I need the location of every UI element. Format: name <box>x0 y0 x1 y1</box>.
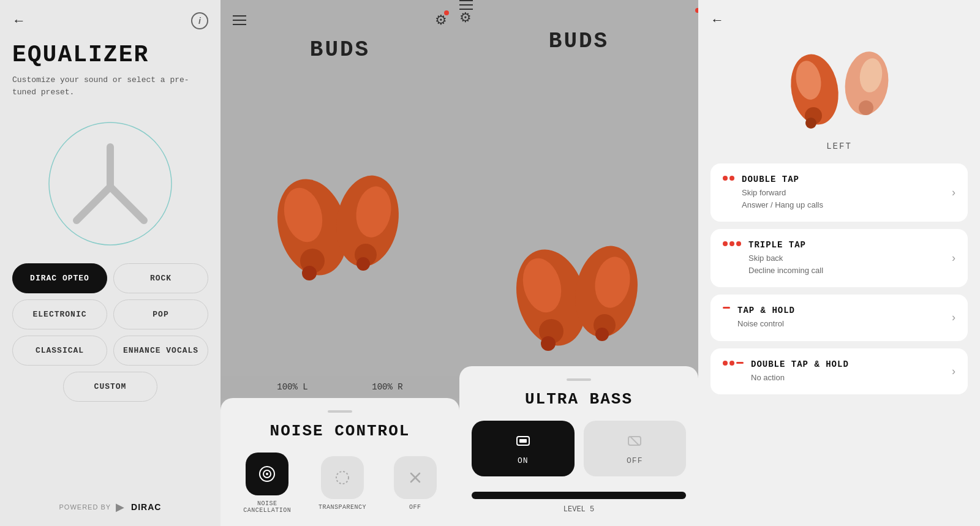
controls-buds-svg <box>778 37 900 135</box>
nc-off-button[interactable] <box>394 456 437 499</box>
double-tap-sub: Skip forward Answer / Hang up calls <box>742 187 952 211</box>
bass-top-bar: ⚙ <box>459 0 698 26</box>
nc-off-icon <box>406 468 424 487</box>
svg-point-11 <box>356 257 370 271</box>
volume-row: 100% L 100% R <box>221 376 459 398</box>
bass-off-icon <box>625 432 644 450</box>
double-tap-title: DOUBLE TAP <box>742 175 952 184</box>
double-tap-content: DOUBLE TAP Skip forward Answer / Hang up… <box>723 175 952 211</box>
nc-option-cancellation[interactable]: NOISECANCELLATION <box>243 453 291 514</box>
nc-transparency-label: TRANSPARENCY <box>318 504 366 511</box>
double-tap-chevron: › <box>952 186 956 199</box>
nc-option-transparency[interactable]: TRANSPARENCY <box>318 456 366 511</box>
tap-hold-content: TAP & HOLD Noise control <box>723 306 952 330</box>
triple-tap-title: TRIPLE TAP <box>748 240 952 250</box>
double-tap-text: DOUBLE TAP Skip forward Answer / Hang up… <box>742 175 952 211</box>
svg-line-29 <box>630 437 639 445</box>
bass-on-button[interactable]: ON <box>472 421 575 476</box>
double-tap-hold-text: DOUBLE TAP & HOLD No action <box>751 359 952 384</box>
triple-tap-sub: Skip back Decline incoming call <box>748 252 952 276</box>
double-tap-indicator <box>723 176 734 181</box>
preset-dirac-opteo[interactable]: DIRAC OPTEO <box>12 263 107 293</box>
dirac-logo: DIRAC <box>131 502 161 512</box>
tap-hold-text: TAP & HOLD Noise control <box>737 306 952 330</box>
dth-dot-2 <box>729 361 734 366</box>
preset-row-2: ELECTRONIC POP <box>12 299 208 329</box>
nc-cancellation-icon <box>258 465 276 483</box>
bass-off-label: OFF <box>627 456 643 465</box>
controls-buds-image <box>710 37 968 135</box>
triple-tap-content: TRIPLE TAP Skip back Decline incoming ca… <box>723 240 952 276</box>
preset-electronic[interactable]: ELECTRONIC <box>12 299 107 329</box>
menu-button[interactable] <box>233 15 246 25</box>
preset-custom-row: CUSTOM <box>12 372 208 402</box>
tap-hold-card[interactable]: TAP & HOLD Noise control › <box>710 295 968 341</box>
double-tap-hold-sub: No action <box>751 372 952 384</box>
double-tap-hold-indicator <box>723 361 744 366</box>
triple-tap-card[interactable]: TRIPLE TAP Skip back Decline incoming ca… <box>710 229 968 287</box>
nc-off-label: OFF <box>409 504 421 511</box>
equalizer-subtitle: Customize your sound or select a pre-tun… <box>12 74 208 98</box>
noise-control-options: NOISECANCELLATION TRANSPARENCY OFF <box>233 453 447 514</box>
bass-settings-notification-dot <box>695 8 698 13</box>
bass-hamburger-line-2 <box>459 4 473 6</box>
double-tap-hold-card[interactable]: DOUBLE TAP & HOLD No action › <box>710 348 968 395</box>
buds-panel: ⚙ BUDS 100% L 100% R NOISE CONTROL <box>221 0 459 526</box>
svg-point-33 <box>805 118 816 129</box>
tap-dot-2 <box>729 176 734 181</box>
nc-cancellation-button[interactable] <box>246 453 288 495</box>
equalizer-circle-container <box>12 116 208 251</box>
svg-point-24 <box>541 336 556 351</box>
preset-row-1: DIRAC OPTEO ROCK <box>12 263 208 293</box>
bass-settings-button[interactable]: ⚙ <box>459 10 698 26</box>
preset-classical[interactable]: CLASSICAL <box>12 336 107 366</box>
bass-gear-icon: ⚙ <box>459 10 472 25</box>
buds-title: BUDS <box>221 37 459 62</box>
svg-point-14 <box>266 473 268 475</box>
bass-drag-handle[interactable] <box>567 378 591 381</box>
settings-button[interactable]: ⚙ <box>435 12 447 28</box>
double-tap-hold-content: DOUBLE TAP & HOLD No action <box>723 359 952 384</box>
triple-tap-indicator <box>723 241 741 246</box>
bass-panel: ⚙ BUDS ULTRA BASS ON <box>459 0 698 526</box>
triple-tap-text: TRIPLE TAP Skip back Decline incoming ca… <box>748 240 952 276</box>
left-label: LEFT <box>710 141 968 151</box>
nc-transparency-button[interactable] <box>321 456 364 499</box>
bass-toggle-row: ON OFF <box>472 421 686 476</box>
controls-back-button[interactable]: ← <box>710 12 724 28</box>
svg-rect-27 <box>519 439 527 443</box>
nc-option-off[interactable]: OFF <box>394 456 437 511</box>
drag-handle[interactable] <box>328 410 352 413</box>
volume-right: 100% R <box>372 382 402 392</box>
hamburger-line-1 <box>233 15 246 17</box>
preset-pop[interactable]: POP <box>113 299 208 329</box>
tap-hold-dash <box>723 307 730 309</box>
bass-level-bar[interactable] <box>472 492 686 499</box>
preset-rock[interactable]: ROCK <box>113 263 208 293</box>
bass-buds-illustration <box>493 212 665 371</box>
svg-point-15 <box>336 472 349 484</box>
bass-on-icon <box>514 432 532 450</box>
equalizer-title: EQUALIZER <box>12 42 208 68</box>
triple-tap-dot-1 <box>723 241 728 246</box>
bass-buds-title: BUDS <box>459 29 698 54</box>
equalizer-back-button[interactable]: ← <box>12 13 26 29</box>
tap-dot-1 <box>723 176 728 181</box>
hamburger-line-2 <box>233 20 246 21</box>
settings-notification-dot <box>444 10 449 15</box>
info-button[interactable]: i <box>191 12 208 29</box>
equalizer-presets: DIRAC OPTEO ROCK ELECTRONIC POP CLASSICA… <box>12 263 208 402</box>
triple-tap-dot-3 <box>736 241 741 246</box>
volume-left: 100% L <box>277 382 307 392</box>
bass-menu-button[interactable] <box>459 0 698 10</box>
dth-dot-1 <box>723 361 728 366</box>
bass-off-button[interactable]: OFF <box>584 421 687 476</box>
double-tap-card[interactable]: DOUBLE TAP Skip forward Answer / Hang up… <box>710 163 968 222</box>
nc-transparency-icon <box>333 468 352 487</box>
triple-tap-dot-2 <box>729 241 734 246</box>
preset-enhance-vocals[interactable]: ENHANCE VOCALS <box>113 336 208 366</box>
controls-top-bar: ← <box>710 12 968 28</box>
triple-tap-chevron: › <box>952 252 956 265</box>
preset-custom[interactable]: CUSTOM <box>63 372 158 402</box>
equalizer-circle[interactable] <box>43 116 178 251</box>
